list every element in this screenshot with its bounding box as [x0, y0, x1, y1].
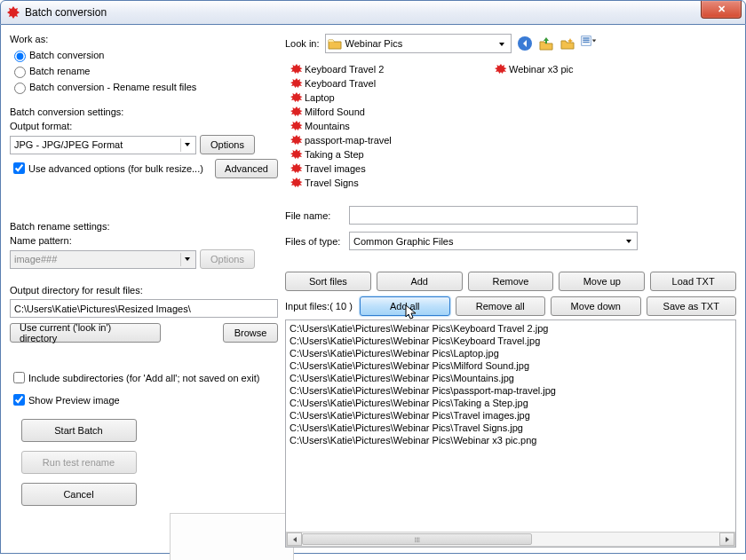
- svg-rect-5: [583, 42, 590, 43]
- chevron-down-icon: [180, 253, 194, 266]
- input-files-list[interactable]: C:\Users\Katie\Pictures\Webinar Pics\Key…: [285, 319, 736, 548]
- file-name: Travel images: [305, 163, 366, 174]
- add-all-label: Add all: [390, 301, 420, 312]
- input-file-path[interactable]: C:\Users\Katie\Pictures\Webinar Pics\Mou…: [290, 372, 732, 384]
- svg-rect-1: [545, 40, 547, 43]
- file-type-icon: [290, 177, 303, 189]
- radio-label: Batch conversion - Rename result files: [29, 82, 196, 92]
- workas-label: Work as:: [10, 34, 278, 44]
- file-name: passport-map-travel: [305, 135, 392, 146]
- conv-settings-heading: Batch conversion settings:: [10, 106, 278, 117]
- radio-batch-conv-rename[interactable]: [14, 83, 26, 94]
- options-button[interactable]: Options: [200, 135, 255, 154]
- input-file-path[interactable]: C:\Users\Katie\Pictures\Webinar Pics\Key…: [290, 322, 732, 335]
- input-file-path[interactable]: C:\Users\Katie\Pictures\Webinar Pics\Lap…: [290, 347, 732, 359]
- save-txt-button[interactable]: Save as TXT: [647, 296, 737, 316]
- remove-all-button[interactable]: Remove all: [456, 296, 546, 316]
- use-current-dir-button[interactable]: Use current ('look in') directory: [10, 323, 161, 343]
- back-icon[interactable]: [517, 35, 533, 51]
- name-pattern-value: image###: [14, 254, 57, 264]
- add-button[interactable]: Add: [377, 272, 463, 291]
- remove-button[interactable]: Remove: [468, 272, 554, 291]
- name-pattern-combo: image###: [10, 250, 196, 269]
- sort-files-button[interactable]: Sort files: [285, 272, 371, 291]
- output-format-label: Output format:: [10, 121, 278, 131]
- scroll-left-button[interactable]: [287, 532, 302, 546]
- output-dir-value: C:\Users\Katie\Pictures\Resized Images\: [14, 304, 191, 314]
- file-browser-list[interactable]: Keyboard Travel 2Keyboard TravelLaptopMi…: [285, 60, 736, 202]
- look-in-combo[interactable]: Webinar Pics: [325, 34, 512, 53]
- name-pattern-label: Name pattern:: [10, 235, 278, 246]
- file-item[interactable]: Taking a Step: [290, 147, 495, 162]
- radio-batch-conversion[interactable]: [14, 51, 26, 62]
- file-item[interactable]: Keyboard Travel 2: [290, 62, 495, 76]
- view-menu-icon[interactable]: [581, 35, 597, 51]
- file-name: Milford Sound: [305, 106, 365, 117]
- input-file-path[interactable]: C:\Users\Katie\Pictures\Webinar Pics\Mil…: [290, 359, 732, 372]
- file-name-label: File name:: [285, 210, 349, 221]
- horizontal-scrollbar[interactable]: [286, 532, 735, 547]
- file-type-icon: [290, 91, 303, 104]
- output-format-value: JPG - JPG/JPEG Format: [14, 139, 123, 150]
- advanced-check-label: Use advanced options (for bulk resize...…: [28, 163, 203, 174]
- input-file-path[interactable]: C:\Users\Katie\Pictures\Webinar Pics\Key…: [290, 335, 732, 347]
- files-of-type-value: Common Graphic Files: [353, 236, 453, 247]
- input-file-path[interactable]: C:\Users\Katie\Pictures\Webinar Pics\Tra…: [290, 422, 732, 434]
- file-name: Laptop: [305, 92, 335, 103]
- file-type-icon: [290, 77, 303, 90]
- output-dir-input[interactable]: C:\Users\Katie\Pictures\Resized Images\: [10, 299, 278, 318]
- file-name: Mountains: [305, 121, 350, 131]
- start-batch-button[interactable]: Start Batch: [21, 419, 137, 442]
- file-type-icon: [495, 63, 507, 75]
- file-item[interactable]: Travel Signs: [290, 176, 495, 190]
- file-item[interactable]: Milford Sound: [290, 105, 495, 119]
- file-item[interactable]: Laptop: [290, 91, 495, 105]
- scroll-thumb[interactable]: [302, 533, 532, 545]
- move-up-button[interactable]: Move up: [559, 272, 645, 291]
- file-item[interactable]: passport-map-travel: [290, 133, 495, 147]
- file-type-icon: [290, 106, 303, 118]
- file-item[interactable]: Mountains: [290, 119, 495, 133]
- input-file-path[interactable]: C:\Users\Katie\Pictures\Webinar Pics\pas…: [290, 384, 732, 397]
- output-dir-heading: Output directory for result files:: [10, 285, 278, 296]
- scroll-track[interactable]: [302, 532, 719, 546]
- file-type-icon: [290, 120, 303, 132]
- up-folder-icon[interactable]: [538, 35, 554, 51]
- look-in-value: Webinar Pics: [345, 38, 403, 49]
- input-file-path[interactable]: C:\Users\Katie\Pictures\Webinar Pics\Tak…: [290, 397, 732, 409]
- file-item[interactable]: Keyboard Travel: [290, 76, 495, 91]
- file-type-icon: [290, 134, 303, 146]
- file-item[interactable]: Travel images: [290, 162, 495, 176]
- output-format-combo[interactable]: JPG - JPG/JPEG Format: [10, 136, 196, 154]
- file-item[interactable]: Webinar x3 pic: [495, 62, 699, 76]
- svg-rect-3: [583, 37, 590, 39]
- preview-panel: No preview possible !: [170, 513, 294, 560]
- include-subdirs-label: Include subdirectories (for 'Add all'; n…: [28, 373, 259, 383]
- input-file-path[interactable]: C:\Users\Katie\Pictures\Webinar Pics\Web…: [290, 434, 732, 446]
- show-preview-check[interactable]: [13, 394, 25, 406]
- advanced-options-check[interactable]: [13, 162, 25, 174]
- advanced-button[interactable]: Advanced: [215, 159, 278, 178]
- close-button[interactable]: ✕: [701, 1, 742, 19]
- include-subdirs-check[interactable]: [13, 372, 25, 383]
- browse-button[interactable]: Browse: [223, 323, 278, 343]
- app-icon: [6, 5, 20, 20]
- new-folder-icon[interactable]: [560, 35, 575, 51]
- input-file-path[interactable]: C:\Users\Katie\Pictures\Webinar Pics\Tra…: [290, 409, 732, 422]
- scroll-right-button[interactable]: [719, 532, 734, 546]
- input-files-label: Input files:( 10 ): [285, 301, 354, 312]
- file-type-icon: [290, 148, 303, 161]
- add-all-button[interactable]: Add all: [360, 296, 450, 316]
- radio-batch-rename[interactable]: [14, 67, 26, 78]
- file-name: Webinar x3 pic: [509, 64, 574, 75]
- file-name-input[interactable]: [349, 206, 638, 225]
- load-txt-button[interactable]: Load TXT: [650, 272, 736, 291]
- chevron-down-icon: [496, 37, 509, 51]
- show-preview-label: Show Preview image: [28, 395, 120, 406]
- rename-settings-heading: Batch rename settings:: [10, 221, 278, 232]
- file-name: Taking a Step: [305, 149, 364, 160]
- files-of-type-combo[interactable]: Common Graphic Files: [349, 232, 638, 250]
- radio-label: Batch conversion: [29, 50, 104, 60]
- cancel-button[interactable]: Cancel: [21, 483, 137, 506]
- move-down-button[interactable]: Move down: [551, 296, 641, 316]
